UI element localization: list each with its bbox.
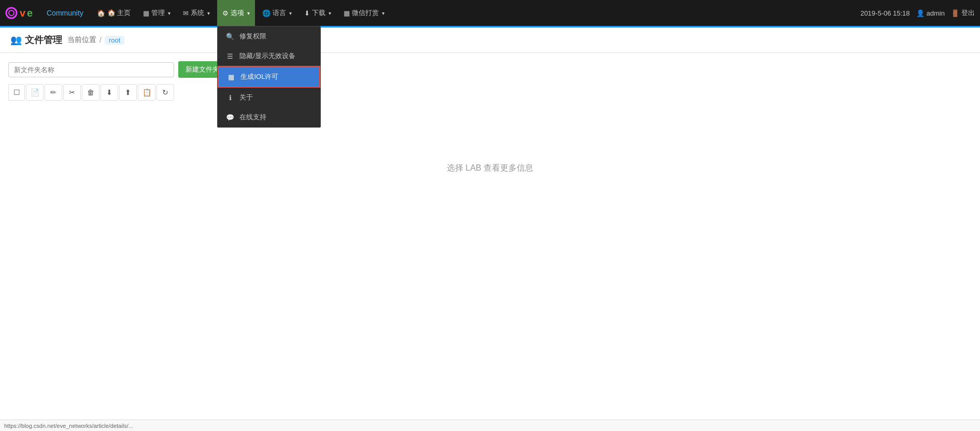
refresh-icon: ↻	[162, 88, 168, 96]
svg-point-1	[9, 10, 14, 16]
online-support-label: 在线支持	[239, 113, 266, 122]
logout-icon: 🚪	[951, 9, 959, 17]
dropdown-fix-permissions[interactable]: 🔍 修复权限	[218, 26, 320, 46]
fix-permissions-icon: 🔍	[226, 33, 234, 40]
dropdown-online-support[interactable]: 💬 在线支持	[218, 107, 320, 127]
nav-admin[interactable]: ▦ 管理 ▾	[138, 0, 176, 26]
generate-iol-icon: ▦	[227, 73, 235, 81]
admin-caret: ▾	[168, 10, 171, 16]
new-file-icon: 📄	[31, 88, 39, 96]
nav-admin-label: 管理	[151, 8, 165, 18]
toolbar-row: 新建文件夹	[8, 61, 972, 78]
user-menu[interactable]: 👤 admin	[916, 9, 945, 17]
nav-options[interactable]: ⚙ 选项 ▾	[217, 0, 255, 26]
download-icon: ⬇	[106, 88, 112, 96]
fix-permissions-label: 修复权限	[239, 32, 266, 41]
empty-state-text: 选择 LAB 查看更多信息	[447, 163, 533, 172]
select-all-button[interactable]: ☐	[8, 84, 25, 101]
online-support-icon: 💬	[226, 114, 234, 121]
nav-system-label: 系统	[191, 8, 204, 18]
logout-label: 登出	[961, 8, 975, 18]
checkbox-icon: ☐	[13, 88, 20, 96]
logo[interactable]: v e	[5, 3, 41, 23]
dropdown-hide-devices[interactable]: ☰ 隐藏/显示无效设备	[218, 46, 320, 66]
options-icon: ⚙	[222, 9, 229, 17]
nav-home-label: 🏠 主页	[107, 8, 131, 18]
nav-home[interactable]: 🏠 🏠 主页	[92, 0, 136, 26]
download-caret: ▾	[329, 10, 331, 16]
cut-button[interactable]: ✂	[63, 84, 81, 101]
svg-text:e: e	[27, 7, 33, 19]
delete-icon: 🗑	[87, 88, 94, 96]
nav-download[interactable]: ⬇ 下载 ▾	[299, 0, 336, 26]
system-caret: ▾	[207, 10, 210, 16]
options-caret: ▾	[247, 10, 250, 16]
delete-button[interactable]: 🗑	[82, 84, 100, 101]
datetime: 2019-5-06 15:18	[860, 9, 910, 17]
upload-icon: ⬆	[125, 88, 131, 96]
dropdown-about[interactable]: ℹ 关于	[218, 88, 320, 107]
nav-options-label: 选项	[231, 8, 244, 18]
cut-icon: ✂	[69, 88, 75, 96]
nav-wechat[interactable]: ▦ 微信打赏 ▾	[338, 0, 390, 26]
wechat-icon: ▦	[344, 9, 350, 17]
breadcrumb-separator: /	[100, 36, 102, 44]
dropdown-generate-iol[interactable]: ▦ 生成IOL许可	[218, 66, 320, 88]
folder-name-input[interactable]	[8, 62, 174, 77]
nav-wechat-label: 微信打赏	[352, 8, 379, 18]
navbar-right: 2019-5-06 15:18 👤 admin 🚪 登出	[860, 8, 975, 18]
page-header: 👥 文件管理 当前位置 / root	[0, 27, 980, 53]
copy-button[interactable]: 📋	[138, 84, 155, 101]
page-title-text: 文件管理	[25, 34, 62, 46]
about-icon: ℹ	[226, 94, 234, 102]
empty-state: 选择 LAB 查看更多信息	[8, 163, 972, 174]
nav-language-label: 语言	[273, 8, 286, 18]
copy-icon: 📋	[143, 88, 151, 96]
nav-options-wrapper: ⚙ 选项 ▾ 🔍 修复权限 ☰ 隐藏/显示无效设备 ▦ 生成IOL许可	[217, 0, 255, 26]
page-title: 👥 文件管理	[10, 34, 62, 46]
breadcrumb-current[interactable]: root	[105, 36, 124, 45]
navbar: v e Community 🏠 🏠 主页 ▦ 管理 ▾ ✉ 系统 ▾ ⚙ 选项 …	[0, 0, 980, 26]
download-nav-icon: ⬇	[304, 9, 310, 17]
nav-items: 🏠 🏠 主页 ▦ 管理 ▾ ✉ 系统 ▾ ⚙ 选项 ▾ 🔍 修复权限	[92, 0, 860, 26]
breadcrumb: 当前位置 / root	[67, 35, 124, 45]
user-icon: 👤	[916, 9, 925, 17]
statusbar: https://blog.csdn.net/eve_networks/artic…	[0, 420, 980, 422]
options-dropdown: 🔍 修复权限 ☰ 隐藏/显示无效设备 ▦ 生成IOL许可 ℹ 关于 💬	[217, 26, 321, 128]
admin-icon: ▦	[143, 9, 149, 17]
system-icon: ✉	[183, 9, 189, 17]
breadcrumb-label: 当前位置	[67, 35, 96, 45]
generate-iol-label: 生成IOL许可	[240, 72, 278, 81]
home-icon: 🏠	[97, 9, 105, 17]
language-icon: 🌐	[262, 9, 271, 17]
edit-button[interactable]: ✏	[45, 84, 62, 101]
refresh-button[interactable]: ↻	[157, 84, 174, 101]
new-file-button[interactable]: 📄	[26, 84, 44, 101]
svg-point-0	[6, 8, 17, 18]
download-button[interactable]: ⬇	[101, 84, 118, 101]
username: admin	[927, 9, 945, 17]
svg-text:v: v	[20, 7, 26, 19]
main-content: 新建文件夹 ☐ 📄 ✏ ✂ 🗑 ⬇ ⬆ 📋 ↻ 选择 LA	[0, 53, 980, 422]
language-caret: ▾	[289, 10, 292, 16]
file-manager-icon: 👥	[10, 34, 22, 46]
nav-language[interactable]: 🌐 语言 ▾	[257, 0, 297, 26]
hide-devices-icon: ☰	[226, 52, 234, 60]
about-label: 关于	[239, 93, 253, 102]
upload-button[interactable]: ⬆	[119, 84, 137, 101]
edit-icon: ✏	[50, 88, 56, 96]
logout-button[interactable]: 🚪 登出	[951, 8, 975, 18]
wechat-caret: ▾	[382, 10, 385, 16]
hide-devices-label: 隐藏/显示无效设备	[239, 51, 295, 61]
icon-toolbar: ☐ 📄 ✏ ✂ 🗑 ⬇ ⬆ 📋 ↻	[8, 84, 972, 101]
nav-system[interactable]: ✉ 系统 ▾	[178, 0, 215, 26]
nav-download-label: 下载	[312, 8, 325, 18]
community-link[interactable]: Community	[47, 9, 83, 17]
